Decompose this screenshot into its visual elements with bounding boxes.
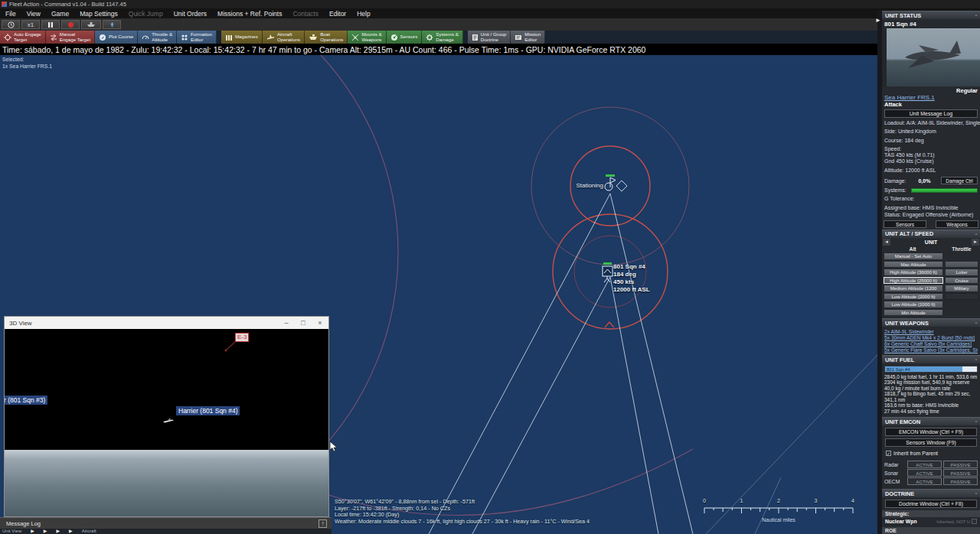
maximize-button[interactable]: □ — [295, 317, 312, 329]
sidebar-collapse-arrow[interactable]: ► — [875, 17, 881, 24]
pin-icon[interactable]: ▪ — [975, 321, 977, 325]
minimize-button[interactable]: – — [278, 317, 295, 329]
boat-operations-button[interactable]: BoatOperations — [305, 31, 348, 44]
pin-icon[interactable]: ▪ — [975, 491, 977, 496]
menu-missions-ref-points[interactable]: Missions + Ref. Points — [212, 10, 287, 18]
emcon-window-button[interactable]: EMCON Window (Ctrl + F9) — [885, 428, 977, 436]
pin-icon[interactable]: ▪ — [975, 232, 977, 236]
weapons-tab-button[interactable]: Weapons — [936, 220, 978, 228]
throttle-military-button[interactable]: Military — [945, 285, 978, 292]
wingman-label[interactable]: r (801 Sqn #3) — [5, 396, 47, 405]
throttle-cruise-button[interactable]: Cruise — [945, 277, 978, 285]
inherit-checkbox[interactable]: ✓ — [886, 451, 891, 456]
weapon-link[interactable]: 2x AIM-9L Sidewinder — [884, 329, 978, 335]
oecm-active-toggle[interactable]: ACTIVE — [907, 477, 942, 485]
menu-view[interactable]: View — [21, 10, 46, 18]
doctrine-header[interactable]: DOCTRINE ▪ — [882, 489, 980, 497]
high-altitude-36000-button[interactable]: High Altitude (36000 ft) — [884, 269, 943, 276]
radar-icon — [390, 34, 398, 41]
radar-active-toggle[interactable]: ACTIVE — [907, 461, 942, 468]
menu-file[interactable]: File — [0, 10, 21, 18]
contact-leader-line — [222, 340, 237, 353]
next-arrow-button[interactable]: ► — [972, 239, 979, 246]
popout-icon[interactable]: ↑ — [318, 519, 327, 528]
nuclear-wpn-toggle[interactable] — [972, 519, 977, 524]
speed-tas: TAS 450 kts (M 0.71) — [882, 152, 980, 158]
sonar-passive-toggle[interactable]: PASSIVE — [943, 469, 978, 477]
oecm-passive-toggle[interactable]: PASSIVE — [943, 477, 978, 485]
sensors-tab-button[interactable]: Sensors — [884, 220, 926, 228]
menu-editor[interactable]: Editor — [324, 10, 351, 18]
mission-editor-button[interactable]: MissionEditor — [511, 31, 545, 44]
throttle-loiter-button[interactable]: Loiter — [945, 269, 978, 276]
unit-status-header[interactable]: UNIT STATUS ▪ — [882, 11, 980, 19]
3d-view-window[interactable]: 3D View – □ × E-3 r (801 Sqn #3) Harrier… — [4, 316, 329, 517]
unit-message-log-button[interactable]: Unit Message Log — [884, 109, 978, 118]
sonar-active-toggle[interactable]: ACTIVE — [907, 469, 942, 477]
pin-icon[interactable]: ▪ — [975, 357, 977, 362]
weapon-link[interactable]: 5x 30mm ADEN Mk4 x 2 Burst [50 rnds] — [884, 335, 978, 341]
unit-fuel-header[interactable]: UNIT FUEL ▪ — [882, 355, 980, 363]
unit-weapons-header[interactable]: UNIT WEAPONS ▪ — [882, 318, 980, 327]
unit-alt-speed-header[interactable]: UNIT ALT / SPEED ▪ — [882, 230, 980, 238]
max-altitude-button[interactable]: Max Altitude — [884, 261, 943, 269]
inherit-from-parent-row: ✓ Inherit from Parent — [886, 451, 976, 456]
mounts-weapons-button[interactable]: Mounts &Weapons — [348, 31, 386, 44]
unit-emcon-header[interactable]: UNIT EMCON ▪ — [882, 417, 980, 425]
selected-aircraft-label[interactable]: 801 Sqn #4 184 deg 450 kts 12000 ft ASL — [613, 263, 650, 294]
manual-set-auto-button[interactable]: Manual - Set Auto — [884, 252, 943, 260]
carrier-group-label[interactable]: Stationing — [544, 182, 603, 189]
min-altitude-button[interactable]: Min Altitude — [884, 309, 943, 317]
auto-engage-target-button[interactable]: Auto EngageTarget — [0, 31, 46, 44]
map-scale: 0 1 2 3 4 Nautical miles — [703, 498, 854, 523]
prev-arrow-button[interactable]: ◄ — [883, 239, 890, 246]
app-window: Fleet Action - Command v1.04 - Build 114… — [0, 0, 980, 534]
harrier-photo-silhouette — [882, 28, 980, 86]
close-button[interactable]: × — [312, 317, 328, 329]
pin-icon[interactable]: ▪ — [975, 419, 977, 424]
low-altitude-2000-button[interactable]: Low Altitude (2000 ft) — [884, 293, 943, 301]
sim-speed-toolbar: x1 — [0, 18, 980, 31]
pin-map-button[interactable] — [103, 20, 121, 29]
weapon-link[interactable]: 5x Generic Flare Salvo [3x Cartridges, S… — [884, 347, 978, 353]
roe-subheader: ROE — [882, 527, 980, 534]
low-altitude-1000-button[interactable]: Low Altitude (1000 ft) — [884, 301, 943, 308]
play-icon: ▶ — [31, 529, 34, 534]
3d-view-titlebar[interactable]: 3D View – □ × — [5, 317, 328, 329]
menu-map-settings[interactable]: Map Settings — [74, 10, 123, 18]
sensors-button[interactable]: Sensors — [387, 31, 423, 44]
manual-engage-target-button[interactable]: ManualEngage Target — [46, 31, 95, 44]
speed-multiplier-button[interactable]: x1 — [21, 20, 40, 29]
time-step-button[interactable] — [2, 20, 20, 29]
formation-editor-button[interactable]: FormationEditor — [177, 31, 217, 44]
menu-help[interactable]: Help — [351, 10, 375, 18]
play-icon: ▶ — [44, 529, 47, 534]
throttle-altitude-button[interactable]: Throttle &Altitude — [138, 31, 177, 44]
high-altitude-25000-button[interactable]: High Altitude (25000 ft) — [884, 277, 943, 285]
systems-health-bar — [911, 188, 978, 193]
medium-altitude-button[interactable]: Medium Altitude (1200 — [884, 285, 943, 292]
doctrine-window-button[interactable]: Doctrine Window (Ctrl + F8) — [885, 500, 977, 508]
unit-class-link[interactable]: Sea Harrier FRS.1 — [882, 94, 980, 101]
sensors-window-button[interactable]: Sensors Window (F9) — [885, 438, 977, 447]
unit-group-doctrine-button[interactable]: Unit / GroupDoctrine — [468, 31, 511, 44]
plot-course-button[interactable]: Plot Course — [95, 31, 138, 44]
record-button[interactable] — [61, 20, 80, 29]
button-label: Auto Engage — [14, 31, 41, 37]
pin-icon[interactable]: ▪ — [975, 13, 977, 18]
menu-game[interactable]: Game — [46, 10, 74, 18]
aircraft-operations-button[interactable]: AircraftOperations — [263, 31, 305, 44]
carrier-group-symbol[interactable] — [605, 174, 627, 191]
3d-viewport[interactable]: E-3 r (801 Sqn #3) Harrier (801 Sqn #4) — [5, 329, 328, 516]
selected-aircraft-symbol[interactable] — [603, 262, 612, 282]
message-log-bar[interactable]: Message Log ↑ — [0, 517, 332, 529]
harrier-label[interactable]: Harrier (801 Sqn #4) — [176, 406, 240, 415]
systems-damage-button[interactable]: Systems &Damage — [422, 31, 463, 44]
damage-ctrl-button[interactable]: Damage Ctrl — [941, 177, 978, 184]
pause-button[interactable] — [41, 20, 60, 29]
magazines-button[interactable]: Magazines — [221, 31, 263, 44]
radar-passive-toggle[interactable]: PASSIVE — [943, 461, 978, 468]
menu-unit-orders[interactable]: Unit Orders — [168, 10, 212, 18]
weapon-link[interactable]: 6x Generic Chaff Salvo [5x Cartridges] — [884, 341, 978, 347]
ship-view-button[interactable] — [81, 20, 101, 29]
